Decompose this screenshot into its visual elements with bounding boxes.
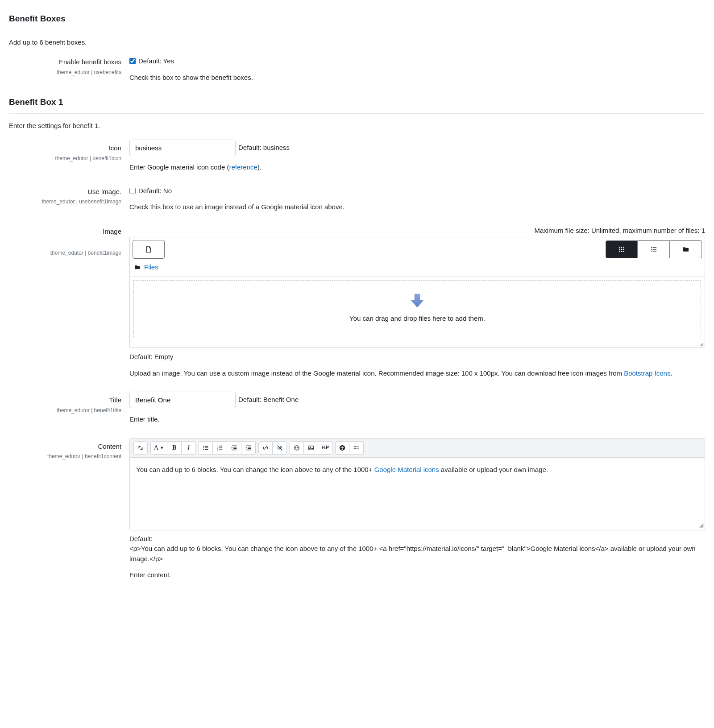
svg-rect-5 <box>623 249 624 250</box>
svg-rect-16 <box>205 446 208 446</box>
editor-style-button[interactable]: A▼ <box>150 441 167 455</box>
enable-benefit-boxes-default: Default: Yes <box>138 56 174 66</box>
content-editor: A▼ B I 123 H-P <box>129 438 705 530</box>
editor-expand-button[interactable] <box>133 441 148 455</box>
svg-point-41 <box>342 446 343 447</box>
editor-accessibility-button[interactable] <box>335 441 349 455</box>
use-image-checkbox[interactable] <box>129 188 136 194</box>
svg-point-15 <box>203 446 204 447</box>
view-icons-button[interactable] <box>606 240 638 258</box>
svg-point-37 <box>298 447 298 447</box>
editor-emoji-button[interactable] <box>290 441 304 455</box>
content-setting: theme_edutor | benefit1content <box>9 452 121 460</box>
svg-rect-3 <box>619 249 620 250</box>
section-title-benefit-box-1: Benefit Box 1 <box>9 96 705 114</box>
editor-image-button[interactable] <box>304 441 318 455</box>
svg-rect-4 <box>621 249 623 250</box>
filepicker-dropzone[interactable]: You can drag and drop files here to add … <box>133 280 701 338</box>
icon-desc: Enter Google material icon code (referen… <box>129 162 705 173</box>
svg-rect-18 <box>205 447 208 448</box>
download-arrow-icon <box>408 291 426 309</box>
icon-setting: theme_edutor | benefit1icon <box>9 154 121 162</box>
icon-label: Icon <box>9 143 121 153</box>
image-icon <box>308 445 314 451</box>
screenreader-icon <box>353 445 360 451</box>
dropzone-text: You can drag and drop files here to add … <box>138 314 696 324</box>
google-material-icons-link[interactable]: Google Material icons <box>374 466 439 473</box>
content-row: Content theme_edutor | benefit1content A… <box>9 438 705 588</box>
svg-rect-10 <box>652 247 656 248</box>
icon-row: Icon theme_edutor | benefit1icon Default… <box>9 140 705 181</box>
image-file-limit: Maximum file size: Unlimited, maximum nu… <box>129 226 705 236</box>
filepicker-breadcrumb-files[interactable]: Files <box>144 262 158 273</box>
editor-resize-handle[interactable]: ◢ <box>130 520 705 530</box>
use-image-label: Use image. <box>9 187 121 197</box>
svg-rect-8 <box>623 251 624 252</box>
editor-h5p-button[interactable]: H-P <box>318 441 332 455</box>
svg-rect-12 <box>652 249 656 249</box>
unlink-icon <box>277 445 283 451</box>
svg-rect-32 <box>248 447 251 447</box>
editor-number-list-button[interactable]: 123 <box>213 441 227 455</box>
editor-unlink-button[interactable] <box>273 441 287 455</box>
editor-outdent-button[interactable] <box>227 441 241 455</box>
enable-benefit-boxes-checkbox[interactable] <box>129 58 136 64</box>
editor-body[interactable]: You can add up to 6 blocks. You can chan… <box>130 458 705 520</box>
bootstrap-icons-link[interactable]: Bootstrap Icons <box>624 369 670 377</box>
svg-rect-11 <box>651 249 652 249</box>
title-setting: theme_edutor | benefit1title <box>9 406 121 414</box>
svg-rect-46 <box>354 448 355 449</box>
editor-screenreader-button[interactable] <box>349 441 364 455</box>
svg-rect-0 <box>619 247 620 248</box>
number-list-icon: 123 <box>217 445 223 451</box>
list-icon <box>650 246 657 253</box>
title-desc: Enter title. <box>129 414 705 425</box>
enable-benefit-boxes-setting: theme_edutor | usebenefits <box>9 68 121 76</box>
filepicker-view-group <box>606 240 702 258</box>
content-label: Content <box>9 442 121 452</box>
image-label: Image <box>9 227 121 237</box>
enable-benefit-boxes-row: Enable benefit boxes theme_edutor | useb… <box>9 56 705 91</box>
svg-rect-6 <box>619 251 620 252</box>
use-image-desc: Check this box to use an image instead o… <box>129 202 705 212</box>
use-image-row: Use image. theme_edutor | usebenefit1ima… <box>9 186 705 220</box>
svg-rect-31 <box>246 445 251 446</box>
editor-text-prefix: You can add up to 6 blocks. You can chan… <box>136 466 374 473</box>
svg-rect-26 <box>219 449 222 450</box>
icon-input[interactable] <box>129 140 236 156</box>
link-icon <box>262 445 269 451</box>
title-input[interactable] <box>129 392 236 408</box>
editor-link-button[interactable] <box>258 441 273 455</box>
use-image-default: Default: No <box>138 186 172 196</box>
image-desc-prefix: Upload an image. You can use a custom im… <box>129 369 624 377</box>
file-icon <box>145 245 153 253</box>
resize-handle-icon[interactable]: ◢ <box>130 341 705 347</box>
add-file-button[interactable] <box>133 240 165 259</box>
folder-icon <box>682 246 689 253</box>
enable-benefit-boxes-desc: Check this box to show the benefit boxes… <box>129 73 705 83</box>
image-row: Image theme_edutor | benefit1image Maxim… <box>9 226 705 387</box>
editor-indent-button[interactable] <box>241 441 256 455</box>
accessibility-icon <box>339 445 345 451</box>
svg-rect-7 <box>621 251 623 252</box>
outdent-icon <box>231 445 237 451</box>
svg-rect-43 <box>355 446 356 447</box>
editor-bold-button[interactable]: B <box>167 441 182 455</box>
icon-desc-suffix: ). <box>257 163 262 171</box>
svg-rect-48 <box>357 448 357 449</box>
icon-desc-prefix: Enter Google material icon code ( <box>129 163 229 171</box>
svg-rect-47 <box>355 448 356 449</box>
view-tree-button[interactable] <box>670 240 702 258</box>
use-image-setting: theme_edutor | usebenefit1image <box>9 198 121 206</box>
icon-reference-link[interactable]: reference <box>229 163 257 171</box>
editor-bullet-list-button[interactable] <box>199 441 213 455</box>
emoji-icon <box>294 445 300 451</box>
svg-rect-42 <box>354 446 355 447</box>
title-label: Title <box>9 395 121 405</box>
style-label: A <box>154 444 158 451</box>
svg-rect-44 <box>357 446 357 447</box>
view-list-button[interactable] <box>638 240 670 258</box>
editor-italic-button[interactable]: I <box>182 441 196 455</box>
svg-rect-1 <box>621 247 623 248</box>
editor-text-suffix: available or upload your own image. <box>439 466 548 473</box>
